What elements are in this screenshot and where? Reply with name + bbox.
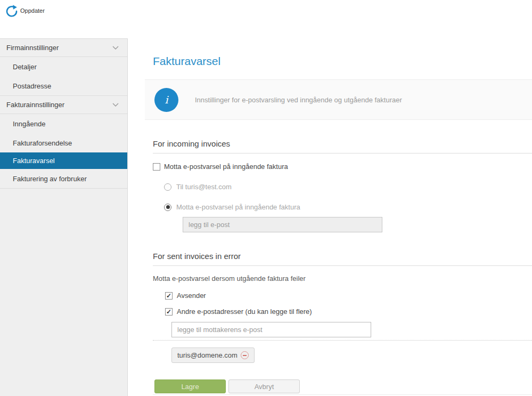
other-emails-checkbox-label: Andre e-postadresser (du kan legge til f… [177, 308, 312, 316]
sidebar-item-inngaende[interactable]: Inngående [0, 114, 127, 133]
sidebar-item-fakturavarsel[interactable]: Fakturavarsel [0, 152, 127, 169]
sender-checkbox-label: Avsender [177, 292, 206, 300]
settings-sidebar: Firmainnstillinger Detaljer Postadresse … [0, 38, 128, 396]
chevron-down-icon [112, 46, 119, 50]
sidebar-item-label: Fakturavarsel [13, 157, 55, 165]
sidebar-item-label: Inngående [13, 120, 45, 128]
sent-error-description: Motta e-postvarsel dersom utgående faktu… [153, 274, 532, 282]
refresh-label: Oppdater [20, 7, 45, 14]
section-header-sent-error: For sent invoices in error [153, 252, 532, 266]
sidebar-item-label: Postadresse [13, 82, 51, 90]
email-chip-text: turis@domene.com [177, 351, 238, 359]
sidebar-group-label: Firmainnstillinger [6, 44, 59, 52]
sidebar-item-fakturaforsendelse[interactable]: Fakturaforsendelse [0, 133, 127, 152]
refresh-icon [5, 4, 18, 17]
sidebar-group-label: Fakturainnstillinger [6, 101, 64, 109]
sidebar-item-label: Fakturering av forbruker [13, 175, 87, 183]
main-content: Fakturavarsel i Innstillinger for e-post… [145, 37, 532, 395]
email-chip: turis@domene.com [171, 347, 255, 363]
sidebar-item-label: Fakturaforsendelse [13, 139, 72, 147]
remove-email-icon[interactable] [241, 351, 249, 359]
refresh-button[interactable]: Oppdater [5, 4, 45, 17]
dotted-divider [153, 340, 532, 341]
incoming-notify-label: Motta e-postvarsel på inngående faktura [164, 163, 288, 171]
sidebar-group-fakturainnstillinger[interactable]: Fakturainnstillinger [0, 96, 127, 114]
section-header-incoming: For incoming invoices [153, 139, 532, 153]
incoming-notify-checkbox[interactable] [153, 163, 160, 171]
bottom-divider [153, 394, 532, 395]
info-banner: i Innstillinger for e-postvarsling ved i… [145, 79, 532, 120]
info-icon: i [154, 88, 178, 112]
page-title: Fakturavarsel [153, 55, 532, 68]
sidebar-item-postadresse[interactable]: Postadresse [0, 76, 127, 95]
cancel-button[interactable]: Avbryt [228, 379, 300, 393]
sender-checkbox[interactable] [165, 292, 173, 300]
save-button[interactable]: Lagre [154, 379, 226, 393]
info-banner-text: Innstillinger for e-postvarsling ved inn… [195, 96, 402, 104]
sidebar-divider [0, 188, 127, 189]
radio-to-default-email-label: Til turis@test.com [176, 183, 232, 191]
incoming-radio-group: Til turis@test.com Motta e-postvarsel på… [164, 183, 532, 232]
top-bar: Oppdater [0, 0, 532, 37]
radio-custom-email-label: Motta e-postvarsel på inngående faktura [176, 203, 300, 211]
incoming-email-input[interactable] [183, 217, 382, 232]
sidebar-item-fakturering-av-forbruker[interactable]: Fakturering av forbruker [0, 169, 127, 188]
radio-to-default-email[interactable] [164, 183, 171, 191]
sidebar-item-label: Detaljer [13, 63, 37, 71]
chevron-down-icon [112, 103, 119, 107]
sidebar-group-firmainnstillinger[interactable]: Firmainnstillinger [0, 39, 127, 57]
sidebar-item-detaljer[interactable]: Detaljer [0, 57, 127, 76]
other-emails-checkbox[interactable] [165, 308, 173, 316]
recipient-email-input[interactable] [171, 322, 371, 337]
radio-custom-email[interactable] [164, 204, 171, 211]
